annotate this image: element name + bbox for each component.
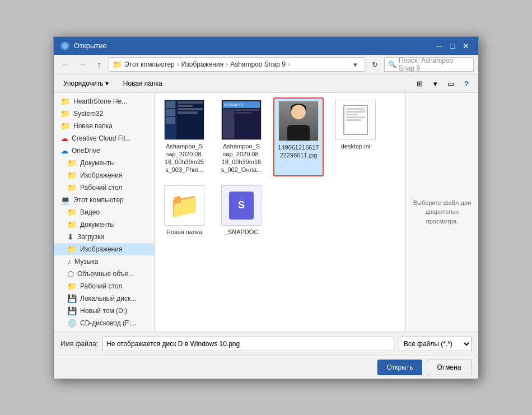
- sidebar-item-music[interactable]: ♪ Музыка: [54, 255, 154, 268]
- view-dropdown-button[interactable]: ▾: [428, 76, 442, 91]
- breadcrumb-sep1: ›: [177, 60, 179, 68]
- sidebar-item-images2[interactable]: 📁 Изображения: [54, 243, 154, 255]
- open-button[interactable]: Открыть: [377, 360, 422, 375]
- file-item[interactable]: Ashampoo_S nap_2020.08. 18_00h39m25 s_00…: [159, 97, 209, 176]
- sidebar-label: CD-дисковод (F:...: [80, 319, 137, 327]
- file-area: Ashampoo_S nap_2020.08. 18_00h39m25 s_00…: [155, 93, 405, 332]
- sidebar-item-documents[interactable]: 📁 Документы: [54, 157, 154, 169]
- up-button[interactable]: ↑: [92, 57, 106, 72]
- back-button[interactable]: ←: [58, 57, 73, 72]
- sidebar-label: Изображения: [80, 171, 122, 179]
- organize-button[interactable]: Упорядочить ▾: [58, 78, 114, 89]
- minimize-button[interactable]: ─: [433, 40, 445, 52]
- filetype-select[interactable]: Все файлы (*.*): [399, 337, 472, 351]
- dialog-title: Открытие: [74, 41, 107, 50]
- file-item[interactable]: 📁 Новая папка: [159, 183, 209, 238]
- search-icon: 🔍: [388, 60, 396, 68]
- sidebar-item-hearthstone[interactable]: 📁 HearthStone He...: [54, 95, 154, 108]
- filename-input[interactable]: [102, 337, 394, 351]
- file-thumbnail: ФОТОЕДИТОР: [221, 100, 262, 140]
- sidebar-item-cd[interactable]: 💿 CD-дисковод (F:...: [54, 317, 154, 329]
- forward-button[interactable]: →: [75, 57, 90, 72]
- music-icon: ♪: [67, 257, 71, 266]
- new-folder-button[interactable]: Новая папка: [118, 78, 167, 89]
- sidebar-item-system32[interactable]: 📁 System32: [54, 108, 154, 120]
- maximize-button[interactable]: □: [447, 40, 458, 52]
- file-label: desktop.ini: [341, 142, 371, 150]
- folder-big-icon: 📁: [169, 191, 200, 220]
- main-content: 📁 HearthStone He... 📁 System32 📁 Новая п…: [54, 93, 478, 332]
- sidebar-item-creative-cloud[interactable]: ☁ Creative Cloud Fil...: [54, 132, 154, 144]
- folder-icon: 📁: [67, 183, 77, 192]
- sidebar-label: OneDrive: [72, 147, 100, 155]
- address-bar[interactable]: 📁 Этот компьютер › Изображения › Ashampo…: [109, 57, 365, 72]
- computer-icon: 💻: [60, 195, 70, 204]
- sidebar-item-video[interactable]: 📁 Видео: [54, 206, 154, 218]
- sidebar-item-3d[interactable]: ⬡ Объемные объе...: [54, 268, 154, 280]
- file-item[interactable]: S _SNAPDOC: [216, 183, 267, 238]
- sidebar-label: Этот компьютер: [73, 196, 124, 204]
- sidebar-item-this-pc[interactable]: 💻 Этот компьютер: [54, 194, 154, 206]
- file-label: _SNAPDOC: [225, 228, 259, 236]
- folder-icon: 📁: [67, 208, 77, 217]
- sidebar-item-desktop2[interactable]: 📁 Рабочий стол: [54, 280, 154, 292]
- file-thumbnail: [335, 100, 376, 140]
- breadcrumb-sep2: ›: [226, 60, 228, 68]
- sidebar-label: Локальный диск...: [80, 295, 136, 302]
- search-bar[interactable]: 🔍 Поиск: Ashampoo Snap 9: [384, 57, 474, 72]
- sidebar-label: System32: [73, 110, 103, 118]
- breadcrumb-part2: Изображения: [181, 60, 223, 68]
- address-dropdown-button[interactable]: ▾: [349, 58, 361, 71]
- 3d-icon: ⬡: [67, 269, 74, 278]
- cancel-button[interactable]: Отмена: [427, 360, 472, 375]
- search-placeholder: Поиск: Ashampoo Snap 9: [399, 57, 470, 72]
- sidebar-label: Видео: [80, 208, 100, 216]
- sidebar-item-downloads[interactable]: ⬇ Загрузки: [54, 231, 154, 243]
- sidebar-item-onedrive[interactable]: ☁ OneDrive: [54, 144, 154, 157]
- sidebar-label: Документы: [80, 159, 115, 167]
- sidebar-item-docs2[interactable]: 📁 Документы: [54, 218, 154, 231]
- sidebar-label: Новая папка: [73, 122, 113, 130]
- file-item[interactable]: desktop.ini: [330, 97, 381, 176]
- sidebar-item-images[interactable]: 📁 Изображения: [54, 169, 154, 181]
- address-folder-icon: 📁: [113, 60, 122, 69]
- creative-cloud-icon: ☁: [60, 134, 68, 143]
- sidebar-label: Новый том (D:): [80, 307, 127, 315]
- view-preview-button[interactable]: ▭: [444, 76, 458, 91]
- file-thumbnail: 📁: [164, 185, 204, 226]
- open-dialog: Открытие ─ □ ✕ ← → ↑ 📁 Этот компьютер › …: [53, 36, 479, 379]
- refresh-button[interactable]: ↻: [367, 57, 382, 72]
- sidebar-label: Изображения: [80, 245, 122, 253]
- sidebar-label: Рабочий стол: [80, 282, 122, 290]
- title-controls: ─ □ ✕: [433, 40, 472, 52]
- file-thumbnail: S: [221, 185, 262, 226]
- download-icon: ⬇: [67, 232, 74, 241]
- title-bar: Открытие ─ □ ✕: [54, 37, 478, 55]
- cd-icon: 💿: [67, 319, 77, 328]
- folder-icon: 📁: [60, 97, 70, 106]
- preview-area: Выберите файл для дварительн просмотра.: [405, 93, 478, 332]
- disk-icon: 💾: [67, 294, 77, 303]
- file-label: 149061216617 22296611.jpg: [277, 143, 320, 160]
- sidebar-item-new-folder[interactable]: 📁 Новая папка: [54, 120, 154, 132]
- folder-icon: 📁: [67, 220, 77, 229]
- file-item[interactable]: ФОТОЕДИТОР Ashampoo_S nap_2020.08. 18_00…: [216, 97, 267, 176]
- filename-bar: Имя файла: Все файлы (*.*): [54, 332, 478, 356]
- view-grid-button[interactable]: ⊞: [412, 76, 427, 91]
- sidebar-item-local-disk[interactable]: 💾 Локальный диск...: [54, 292, 154, 305]
- close-button[interactable]: ✕: [460, 40, 472, 52]
- sidebar-label: Объемные объе...: [77, 270, 134, 278]
- filename-label: Имя файла:: [60, 340, 98, 348]
- view-icons: ⊞ ▾ ▭ ?: [412, 76, 474, 91]
- folder-icon: 📁: [67, 171, 77, 180]
- sidebar-label: Creative Cloud Fil...: [72, 134, 130, 142]
- file-item-selected[interactable]: 149061216617 22296611.jpg: [273, 97, 324, 176]
- folder-icon: 📁: [67, 158, 77, 167]
- sidebar-label: Документы: [80, 221, 115, 229]
- sidebar-item-desktop[interactable]: 📁 Рабочий стол: [54, 181, 154, 194]
- preview-text: Выберите файл для дварительн просмотра.: [410, 198, 474, 226]
- breadcrumb-part1: Этот компьютер: [124, 60, 175, 68]
- sidebar-item-new-volume[interactable]: 💾 Новый том (D:): [54, 305, 154, 317]
- view-help-button[interactable]: ?: [459, 76, 474, 91]
- navigation-toolbar: ← → ↑ 📁 Этот компьютер › Изображения › A…: [54, 55, 478, 75]
